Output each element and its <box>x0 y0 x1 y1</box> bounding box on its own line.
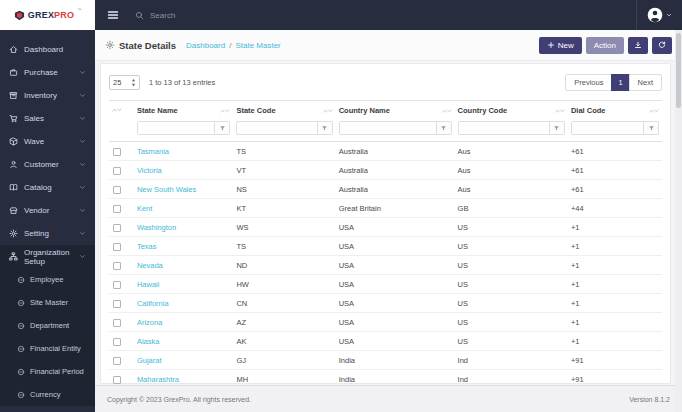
filter-button-country-name[interactable] <box>437 121 452 135</box>
filter-input-state-name[interactable] <box>137 121 216 135</box>
table-row[interactable]: CaliforniaCNUSAUS+1 <box>109 294 662 313</box>
state-name-link[interactable]: New South Wales <box>137 185 196 194</box>
table-row[interactable]: New South WalesNSAustraliaAus+61 <box>109 180 662 199</box>
new-button[interactable]: New <box>539 37 582 54</box>
column-header-country-name[interactable]: Country Name <box>336 101 455 120</box>
chevron-down-icon <box>79 230 86 237</box>
state-name-link[interactable]: Washington <box>137 223 176 232</box>
previous-page-button[interactable]: Previous <box>565 74 612 91</box>
cell-value: AK <box>236 337 246 346</box>
submenu-item-financial-entity[interactable]: Financial Entity <box>0 337 95 360</box>
sidebar-item-setting[interactable]: Setting <box>0 222 95 245</box>
brand-logo[interactable]: GREXPRO ™ <box>0 0 95 30</box>
table-row[interactable]: ArizonaAZUSAUS+1 <box>109 313 662 332</box>
column-header-state-name[interactable]: State Name <box>134 101 234 120</box>
state-name-link[interactable]: Arizona <box>137 318 162 327</box>
submenu-item-site-master[interactable]: Site Master <box>0 291 95 314</box>
row-checkbox[interactable] <box>113 300 121 308</box>
search-input[interactable] <box>150 11 280 20</box>
row-checkbox[interactable] <box>113 243 121 251</box>
cell-value: MH <box>236 375 248 384</box>
row-checkbox[interactable] <box>113 357 121 365</box>
submenu-item-department[interactable]: Department <box>0 314 95 337</box>
row-checkbox[interactable] <box>113 262 121 270</box>
state-name-link[interactable]: Alaska <box>137 337 160 346</box>
table-row[interactable]: HawaiiHWUSAUS+1 <box>109 275 662 294</box>
row-checkbox[interactable] <box>113 148 121 156</box>
row-checkbox[interactable] <box>113 376 121 384</box>
action-button[interactable]: Action <box>586 37 624 54</box>
state-name-link[interactable]: Gujarat <box>137 356 162 365</box>
filter-button-state-code[interactable] <box>318 121 333 135</box>
state-name-link[interactable]: Nevada <box>137 261 163 270</box>
sidebar-item-vendor[interactable]: Vendor <box>0 199 95 222</box>
state-name-link[interactable]: Victoria <box>137 166 162 175</box>
header-actions: New Action <box>539 37 672 54</box>
sidebar-item-inventory[interactable]: Inventory <box>0 84 95 107</box>
table-row[interactable]: NevadaNDUSAUS+1 <box>109 256 662 275</box>
row-checkbox[interactable] <box>113 319 121 327</box>
filter-button-state-name[interactable] <box>215 121 230 135</box>
current-page-button[interactable]: 1 <box>611 74 629 91</box>
download-icon <box>634 41 642 49</box>
sidebar-item-sales[interactable]: Sales <box>0 107 95 130</box>
page-size-select[interactable]: 25 <box>109 75 140 90</box>
state-name-link[interactable]: California <box>137 299 169 308</box>
sidebar-item-wave[interactable]: Wave <box>0 130 95 153</box>
table-row[interactable]: AlaskaAKUSAUS+1 <box>109 332 662 351</box>
next-page-button[interactable]: Next <box>629 74 662 91</box>
home-icon <box>9 45 18 54</box>
filter-button-country-code[interactable] <box>550 121 565 135</box>
table-row[interactable]: KentKTGreat BritainGB+44 <box>109 199 662 218</box>
table-row[interactable]: VictoriaVTAustraliaAus+61 <box>109 161 662 180</box>
breadcrumb-link-state-master[interactable]: State Master <box>235 41 280 50</box>
scrollbar-thumb[interactable] <box>676 33 681 108</box>
table-row[interactable]: GujaratGJIndiaInd+91 <box>109 351 662 370</box>
sidebar-item-customer[interactable]: Customer <box>0 153 95 176</box>
hamburger-menu-icon[interactable] <box>107 9 119 21</box>
column-header-state-code[interactable]: State Code <box>233 101 335 120</box>
circle-minus-icon <box>17 276 25 284</box>
row-checkbox[interactable] <box>113 281 121 289</box>
sidebar-item-dashboard[interactable]: Dashboard <box>0 38 95 61</box>
sidebar-item-catalog[interactable]: Catalog <box>0 176 95 199</box>
trademark: ™ <box>77 7 81 12</box>
funnel-icon <box>321 125 328 132</box>
cell-value: USA <box>339 280 354 289</box>
filter-input-state-code[interactable] <box>236 121 317 135</box>
filter-input-country-name[interactable] <box>339 121 437 135</box>
table-row[interactable]: TexasTSUSAUS+1 <box>109 237 662 256</box>
column-header-dial-code[interactable]: Dial Code <box>568 101 662 120</box>
row-checkbox[interactable] <box>113 186 121 194</box>
row-checkbox[interactable] <box>113 205 121 213</box>
cell-value: Australia <box>339 147 368 156</box>
page-title: State Details <box>119 40 176 51</box>
breadcrumb-link-dashboard[interactable]: Dashboard <box>186 41 225 50</box>
state-name-link[interactable]: Texas <box>137 242 157 251</box>
row-checkbox[interactable] <box>113 338 121 346</box>
cell-value: KT <box>236 204 246 213</box>
navbar-right <box>636 0 682 30</box>
user-menu[interactable] <box>637 0 682 30</box>
row-checkbox[interactable] <box>113 224 121 232</box>
submenu-item-financial-period[interactable]: Financial Period <box>0 360 95 383</box>
sidebar-item-organization-setup[interactable]: Organization Setup <box>0 245 95 268</box>
sidebar-item-purchase[interactable]: Purchase <box>0 61 95 84</box>
table-row[interactable]: WashingtonWSUSAUS+1 <box>109 218 662 237</box>
vertical-scrollbar[interactable] <box>675 30 682 412</box>
download-button[interactable] <box>628 37 648 54</box>
table-row[interactable]: TasmaniaTSAustraliaAus+61 <box>109 142 662 161</box>
state-name-link[interactable]: Tasmania <box>137 147 169 156</box>
state-name-link[interactable]: Maharashtra <box>137 375 179 384</box>
submenu-item-employee[interactable]: Employee <box>0 268 95 291</box>
filter-input-country-code[interactable] <box>458 121 550 135</box>
state-name-link[interactable]: Kent <box>137 204 152 213</box>
refresh-button[interactable] <box>652 37 672 54</box>
filter-button-dial-code[interactable] <box>644 121 659 135</box>
row-checkbox[interactable] <box>113 167 121 175</box>
select-column-header[interactable] <box>109 101 134 120</box>
state-name-link[interactable]: Hawaii <box>137 280 160 289</box>
column-header-country-code[interactable]: Country Code <box>455 101 568 120</box>
filter-input-dial-code[interactable] <box>571 121 644 135</box>
submenu-item-currency[interactable]: Currency <box>0 383 95 406</box>
